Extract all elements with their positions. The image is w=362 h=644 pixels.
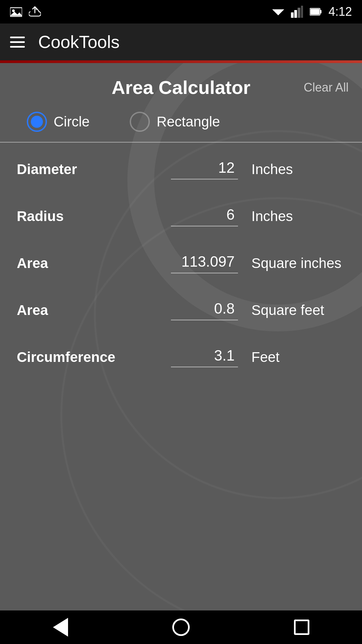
field-value-wrap-2: 113.097 — [144, 253, 238, 273]
rectangle-radio-label: Rectangle — [157, 114, 220, 130]
field-value-wrap-0: 12 — [144, 159, 238, 179]
svg-rect-4 — [294, 10, 297, 18]
nav-bar — [0, 610, 362, 644]
field-unit-1: Inches — [245, 208, 345, 224]
svg-rect-5 — [298, 8, 300, 18]
rectangle-radio-option[interactable]: Rectangle — [130, 112, 220, 132]
page-title-row: Area Calculator Clear All — [0, 63, 362, 105]
field-row-4: Circumference 3.1 Feet — [0, 334, 362, 381]
field-label-3: Area — [17, 302, 137, 318]
back-icon — [53, 618, 68, 637]
signal-icon — [291, 6, 303, 18]
square-icon — [294, 620, 309, 635]
field-label-4: Circumference — [17, 349, 137, 365]
field-value-2[interactable]: 113.097 — [171, 253, 238, 273]
field-row-2: Area 113.097 Square inches — [0, 240, 362, 287]
field-unit-0: Inches — [245, 161, 345, 177]
svg-rect-9 — [310, 9, 319, 14]
field-value-0[interactable]: 12 — [171, 159, 238, 179]
nav-home-button[interactable] — [168, 614, 194, 641]
field-row-0: Diameter 12 Inches — [0, 146, 362, 193]
field-row-1: Radius 6 Inches — [0, 193, 362, 240]
toolbar: CookTools — [0, 23, 362, 60]
toolbar-title: CookTools — [38, 32, 120, 52]
field-label-0: Diameter — [17, 161, 137, 177]
page-title: Area Calculator — [112, 76, 250, 98]
radio-row: Circle Rectangle — [0, 105, 362, 142]
circle-radio-label: Circle — [54, 114, 89, 130]
field-unit-2: Square inches — [245, 255, 345, 271]
rectangle-radio-button[interactable] — [130, 112, 150, 132]
content-area: Area Calculator Clear All Circle Rectang… — [0, 63, 362, 610]
accent-line — [0, 60, 362, 63]
field-value-wrap-4: 3.1 — [144, 347, 238, 367]
image-icon — [10, 6, 22, 18]
fields-container: Diameter 12 Inches Radius 6 Inches Area … — [0, 146, 362, 381]
circle-radio-option[interactable]: Circle — [27, 112, 89, 132]
home-icon — [172, 619, 190, 636]
svg-rect-8 — [320, 10, 321, 13]
field-unit-4: Feet — [245, 349, 345, 365]
svg-rect-3 — [291, 12, 294, 18]
clear-all-button[interactable]: Clear All — [304, 80, 349, 95]
field-value-4[interactable]: 3.1 — [171, 347, 238, 367]
svg-rect-6 — [301, 6, 303, 18]
svg-point-1 — [12, 9, 15, 12]
nav-square-button[interactable] — [288, 614, 315, 641]
field-unit-3: Square feet — [245, 302, 345, 318]
field-label-2: Area — [17, 255, 137, 271]
wifi-icon — [272, 6, 284, 18]
svg-marker-2 — [272, 9, 284, 15]
field-value-3[interactable]: 0.8 — [171, 300, 238, 320]
field-label-1: Radius — [17, 208, 137, 224]
field-value-wrap-1: 6 — [144, 206, 238, 226]
menu-button[interactable] — [10, 37, 25, 48]
upload-icon — [29, 6, 41, 18]
status-bar-left-icons — [10, 0, 41, 23]
nav-back-button[interactable] — [47, 614, 74, 641]
circle-radio-button[interactable] — [27, 112, 47, 132]
status-time: 4:12 — [328, 5, 352, 19]
field-value-wrap-3: 0.8 — [144, 300, 238, 320]
field-row-3: Area 0.8 Square feet — [0, 287, 362, 334]
field-value-1[interactable]: 6 — [171, 206, 238, 226]
section-divider — [0, 142, 362, 143]
battery-icon — [310, 6, 322, 18]
status-bar: 4:12 — [0, 0, 362, 23]
